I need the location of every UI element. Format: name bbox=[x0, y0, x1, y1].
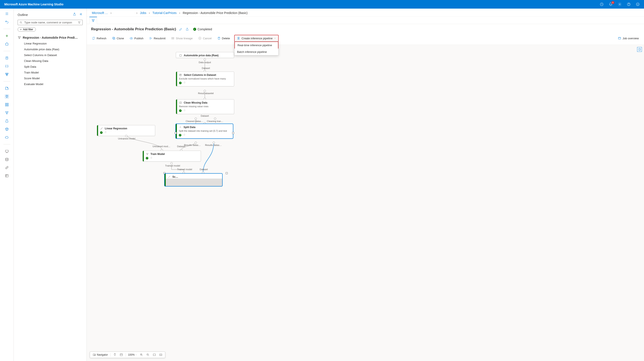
svg-text:1:1: 1:1 bbox=[160, 354, 162, 355]
hamburger-icon[interactable] bbox=[5, 12, 9, 16]
help-icon[interactable] bbox=[627, 2, 631, 6]
tree-item[interactable]: Select Columns in Dataset bbox=[16, 52, 84, 58]
node-linear-regression[interactable]: Linear Regression bbox=[97, 125, 155, 136]
tree-item[interactable]: Evaluate Model bbox=[16, 81, 84, 87]
breadcrumb-experiment[interactable]: Tutorial-CarPrices bbox=[152, 11, 177, 15]
search-input[interactable] bbox=[24, 21, 76, 24]
zoom-out-icon[interactable] bbox=[146, 353, 150, 357]
port-label: Results datas… bbox=[184, 144, 201, 146]
node-automobile-data[interactable]: Automobile price data (Raw) bbox=[176, 52, 234, 58]
svg-rect-20 bbox=[6, 174, 8, 177]
tree-item[interactable]: Split Data bbox=[16, 64, 84, 70]
jobs-icon[interactable] bbox=[5, 94, 9, 99]
notebook-icon[interactable] bbox=[5, 56, 9, 60]
selection-handle[interactable] bbox=[175, 132, 177, 134]
svg-rect-31 bbox=[172, 39, 174, 39]
chevron-right-icon: › bbox=[110, 11, 112, 15]
selection-handle[interactable] bbox=[226, 172, 228, 174]
resubmit-button[interactable]: Resubmit bbox=[148, 36, 167, 41]
node-train-model[interactable]: Train Model bbox=[142, 151, 201, 162]
selection-handle[interactable] bbox=[232, 132, 234, 134]
create-inference-button[interactable]: Create inference pipeline bbox=[234, 35, 279, 42]
automl-icon[interactable] bbox=[5, 64, 9, 68]
home-icon[interactable] bbox=[5, 42, 9, 46]
refresh-button[interactable]: Refresh bbox=[90, 36, 108, 41]
zoom-in-icon[interactable] bbox=[139, 353, 144, 357]
endpoints-icon[interactable] bbox=[5, 135, 9, 139]
chevron-down-icon[interactable] bbox=[135, 354, 137, 356]
port[interactable] bbox=[170, 162, 172, 164]
collapse-icon[interactable] bbox=[79, 13, 83, 17]
node-select-columns[interactable]: Select Columns in Dataset Exclude normal… bbox=[176, 72, 234, 86]
node-split-data[interactable]: Split Data Split the dataset into traini… bbox=[176, 124, 233, 139]
dropdown-realtime[interactable]: Real-time inference pipeline bbox=[234, 42, 278, 49]
data-icon[interactable] bbox=[5, 86, 9, 91]
bell-icon[interactable]: 5 bbox=[609, 2, 613, 6]
svg-point-17 bbox=[6, 114, 7, 114]
tree-item[interactable]: Clean Missing Data bbox=[16, 58, 84, 64]
datastores-icon[interactable] bbox=[5, 157, 9, 162]
autolayout-icon[interactable] bbox=[119, 353, 124, 357]
navigator-toggle[interactable]: Navigator bbox=[92, 353, 108, 357]
pan-icon[interactable] bbox=[113, 353, 117, 357]
port[interactable] bbox=[195, 118, 197, 120]
tree-item[interactable]: Train Model bbox=[16, 70, 84, 75]
port[interactable] bbox=[214, 118, 216, 120]
clone-button[interactable]: Clone bbox=[111, 36, 125, 41]
svg-point-26 bbox=[94, 20, 94, 20]
share-up-icon[interactable] bbox=[186, 28, 189, 31]
port[interactable] bbox=[125, 135, 127, 137]
node-score-model[interactable]: Sc… bbox=[164, 173, 222, 186]
tab-graph[interactable] bbox=[89, 17, 97, 24]
tree-root[interactable]: Regression - Automobile Price Predi… bbox=[16, 35, 84, 41]
gear-icon[interactable] bbox=[618, 2, 622, 6]
fit-icon[interactable] bbox=[152, 353, 156, 357]
svg-rect-9 bbox=[7, 73, 8, 74]
svg-point-21 bbox=[20, 22, 22, 23]
svg-point-23 bbox=[20, 37, 20, 37]
environments-icon[interactable] bbox=[5, 119, 9, 123]
svg-point-4 bbox=[636, 3, 639, 6]
breadcrumb-root[interactable]: Microsoft … bbox=[91, 11, 109, 15]
expand-panel-icon[interactable] bbox=[637, 47, 642, 52]
undo-icon[interactable] bbox=[5, 20, 9, 24]
filter-icon[interactable] bbox=[78, 21, 81, 24]
port[interactable] bbox=[204, 90, 206, 92]
tree-item[interactable]: Automobile price data (Raw) bbox=[16, 47, 84, 52]
actual-size-icon[interactable]: 1:1 bbox=[159, 353, 163, 357]
plus-icon[interactable] bbox=[5, 34, 9, 38]
dropdown-batch[interactable]: Batch inference pipeline bbox=[234, 49, 278, 55]
linked-icon[interactable] bbox=[5, 165, 9, 170]
tree-item[interactable]: Linear Regression bbox=[16, 41, 84, 47]
svg-rect-37 bbox=[180, 54, 182, 56]
port[interactable] bbox=[213, 142, 215, 144]
port-label: Data output bbox=[199, 61, 211, 64]
port-label: Results datas… bbox=[205, 144, 222, 146]
port[interactable] bbox=[204, 59, 206, 61]
svg-rect-13 bbox=[5, 105, 6, 106]
port-label: Dataset bbox=[202, 67, 210, 69]
add-filter-button[interactable]: Add filter bbox=[18, 27, 36, 32]
publish-button[interactable]: Publish bbox=[128, 36, 145, 41]
delete-button[interactable]: Delete bbox=[216, 36, 232, 41]
pipelines-icon[interactable] bbox=[5, 111, 9, 115]
designer-icon[interactable] bbox=[5, 72, 9, 77]
outline-search[interactable] bbox=[18, 20, 83, 25]
pipeline-canvas[interactable]: Automobile price data (Raw) Data output … bbox=[87, 45, 644, 361]
edit-icon[interactable] bbox=[179, 28, 182, 31]
share-icon[interactable] bbox=[73, 13, 76, 17]
models-icon[interactable] bbox=[5, 127, 9, 131]
svg-rect-14 bbox=[7, 105, 8, 106]
job-overview-button[interactable]: Job overview bbox=[616, 36, 640, 41]
components-icon[interactable] bbox=[5, 103, 9, 107]
smile-icon[interactable] bbox=[636, 2, 640, 6]
svg-rect-10 bbox=[6, 75, 7, 76]
tree-item[interactable]: Score Model bbox=[16, 75, 84, 81]
port[interactable] bbox=[195, 142, 197, 144]
compute-icon[interactable] bbox=[5, 149, 9, 153]
clock-icon[interactable] bbox=[600, 2, 604, 6]
node-clean-missing[interactable]: Clean Missing Data Remove missing value … bbox=[176, 99, 234, 114]
check-icon bbox=[146, 157, 148, 159]
breadcrumb-jobs[interactable]: Jobs bbox=[139, 11, 147, 15]
labeling-icon[interactable] bbox=[5, 174, 9, 178]
